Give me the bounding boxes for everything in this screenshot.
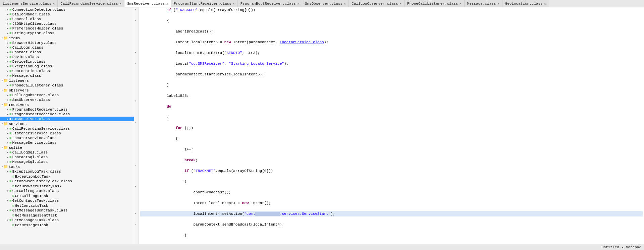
- tree-item-devicesim[interactable]: ▸ ■ DeviceSim.class: [0, 59, 134, 64]
- tree-item-general[interactable]: ▸ ■ General.class: [0, 17, 134, 21]
- tree-item-messageservice[interactable]: ▸ ■ MessageService.class: [0, 140, 134, 145]
- tree-item-preferenceshelper[interactable]: ▸ ■ PreferencesHelper.class: [0, 26, 134, 31]
- fold-marker-10[interactable]: ▾: [135, 222, 137, 227]
- code-line: break;: [140, 158, 643, 163]
- tree-item-getcalllogstask[interactable]: ▾ ■ GetCallLogsTask.class: [0, 189, 134, 193]
- fold-marker-3[interactable]: ▾: [135, 50, 137, 56]
- tree-item-folder-items[interactable]: ▾ 📁 items: [0, 36, 134, 41]
- fold-marker-2[interactable]: ▾: [135, 18, 137, 23]
- tree-item-smsreceiver[interactable]: ▸ ■ SmsReceiver.class: [0, 117, 134, 121]
- tree-item-folder-tasks[interactable]: ▾ 📁 tasks: [0, 164, 134, 169]
- tab-call-recording[interactable]: CallRecordingService.class ✕: [58, 0, 124, 7]
- class-icon: ■: [9, 17, 12, 21]
- tab-close-call-recording[interactable]: ✕: [119, 2, 121, 6]
- tree-item-getmessagestask-inner[interactable]: ⊙ GetMessagesTask: [0, 223, 134, 228]
- tree-item-getcontactstask-inner[interactable]: ⊙ GetContactsTask: [0, 203, 134, 208]
- tree-item-exceptionlogtask-inner[interactable]: ⊙ ExceptionLogTask: [0, 174, 134, 179]
- code-line: localIntent5.putExtra("SENDTO", str3);: [140, 50, 643, 56]
- tree-item-stringcryptor[interactable]: ▸ ■ StringCryptor.class: [0, 31, 134, 36]
- tree-item-callrecording[interactable]: ▸ ■ CallRecordingService.class: [0, 126, 134, 131]
- tree-item-listenersservice[interactable]: ▸ ■ ListenersService.class: [0, 131, 134, 136]
- tree-item-getcalllogstask-inner[interactable]: ⊙ GetCallLogsTask: [0, 193, 134, 198]
- fold-column[interactable]: ▾ ▾ ▾ ▾ ▾ ▾ ▾ ▾ ▾ ▾: [134, 7, 139, 244]
- tree-item-programstartreceiver[interactable]: ▸ ■ ProgramStartReceiver.class: [0, 112, 134, 117]
- tree-item-calllogs[interactable]: ▸ ■ CallLogs.class: [0, 45, 134, 50]
- tree-item-exceptionlogtask[interactable]: ▾ ■ ExceptionLogTask.class: [0, 169, 134, 174]
- tree-label: GetContactsTask: [15, 204, 48, 208]
- tree-item-geolocation-items[interactable]: ▸ ■ GeoLocation.class: [0, 69, 134, 73]
- tree-item-getmessagestask[interactable]: ▾ ■ GetMessagesTask.class: [0, 218, 134, 223]
- tree-item-folder-observers[interactable]: ▾ 📁 observers: [0, 88, 134, 93]
- tree-item-folder-listeners[interactable]: ▾ 📁 listeners: [0, 78, 134, 83]
- fold-marker-4[interactable]: ▾: [135, 61, 137, 66]
- tree-item-calllogobserver[interactable]: ▸ ■ CallLogObserver.class: [0, 93, 134, 98]
- tree-item-folder-services[interactable]: ▾ 📁 services: [0, 121, 134, 126]
- tree-item-getcontactstask[interactable]: ▾ ■ GetContactsTask.class: [0, 198, 134, 203]
- tree-item-smsobserver[interactable]: ▸ ■ SmsObserver.class: [0, 98, 134, 102]
- tree-item-device[interactable]: ▸ ■ Device.class: [0, 55, 134, 59]
- tree-item-getbrowserhistorytask[interactable]: ▾ ■ GetBrowserHistoryTask.class: [0, 179, 134, 184]
- code-line: }: [140, 233, 643, 238]
- tree-item-getmessagessenttask[interactable]: ▾ ■ GetMessagesSentTask.class: [0, 208, 134, 213]
- tree-label: PhoneCallListener.class: [12, 83, 63, 87]
- tab-message[interactable]: Message.class ✕: [465, 0, 502, 7]
- tab-close-call-log-observer[interactable]: ✕: [399, 2, 401, 6]
- tree-label: receivers: [9, 103, 29, 107]
- code-container[interactable]: ▾ ▾ ▾ ▾ ▾ ▾ ▾ ▾ ▾ ▾ if ("TRACKGEO".equal…: [134, 7, 644, 244]
- tree-item-getmessagessenttask-inner[interactable]: ⊙ GetMessagesSentTask: [0, 213, 134, 218]
- class-icon: ■: [9, 179, 12, 183]
- tab-close-program-boot[interactable]: ✕: [297, 2, 299, 6]
- tab-sms-observer[interactable]: SmsObserver.class ✕: [302, 0, 349, 7]
- tree-label: GeoLocation.class: [12, 69, 50, 73]
- tree-item-phonecalllistener[interactable]: ▸ ■ PhoneCallListener.class: [0, 83, 134, 88]
- tab-call-log-observer[interactable]: CallLogObserver.class ✕: [349, 0, 405, 7]
- folder-icon: 📁: [3, 78, 8, 83]
- tree-item-getbrowserhistorytask-inner[interactable]: ⊙ GetBrowserHistoryTask: [0, 184, 134, 189]
- tree-item-dialogmaker[interactable]: ▸ ■ DialogMaker.class: [0, 12, 134, 17]
- tree-label: GetCallLogsTask.class: [12, 189, 59, 193]
- fold-marker-1[interactable]: ▾: [135, 7, 137, 13]
- tab-phone-call-listener[interactable]: PhoneCallListener.class ✕: [405, 0, 465, 7]
- tree-item-exceptionlog[interactable]: ▸ ■ ExceptionLog.class: [0, 64, 134, 69]
- tree-item-connection-detector[interactable]: ▸ ■ ConnectionDetector.class: [0, 7, 134, 12]
- tree-item-jsonhttpclient[interactable]: ▸ ■ JSONHttpClient.class: [0, 21, 134, 26]
- tree-item-messagesql[interactable]: ▸ ■ MessageSql.class: [0, 160, 134, 164]
- tab-close-sms-observer[interactable]: ✕: [344, 2, 346, 6]
- tree-label: SmsReceiver.class: [12, 117, 50, 121]
- tab-listeners-service[interactable]: ListenersService.class ✕: [0, 0, 58, 7]
- tab-sms-receiver[interactable]: SmsReceiver.class ✕: [124, 0, 171, 7]
- tree-item-programbootreceiver[interactable]: ▸ ■ ProgramBootReceiver.class: [0, 107, 134, 112]
- package-explorer[interactable]: ▸ ■ ConnectionDetector.class ▸ ■ DialogM…: [0, 7, 134, 244]
- fold-marker-6[interactable]: ▾: [135, 120, 137, 125]
- code-editor[interactable]: if ("TRACKGEO".equals(arrayOfString[0]))…: [139, 7, 644, 244]
- tree-item-calllogsql[interactable]: ▸ ■ CallLogSql.class: [0, 150, 134, 155]
- tree-item-folder-sqlite[interactable]: ▾ 📁 sqlite: [0, 145, 134, 150]
- tree-item-message-items[interactable]: ▸ ■ Message.class: [0, 73, 134, 78]
- fold-marker-8[interactable]: ▾: [135, 184, 137, 190]
- class-icon: ■: [9, 117, 12, 121]
- fold-marker-9[interactable]: ▾: [135, 211, 137, 216]
- tab-close-geo-location[interactable]: ✕: [544, 2, 546, 6]
- fold-marker-5[interactable]: ▾: [135, 99, 137, 104]
- tab-close-phone-call-listener[interactable]: ✕: [460, 2, 462, 6]
- class-icon: ■: [9, 74, 12, 78]
- fold-marker-7[interactable]: ▾: [135, 163, 137, 168]
- code-line: Intent localIntent5 = new Intent(paramCo…: [140, 40, 643, 45]
- tab-close-message[interactable]: ✕: [497, 2, 499, 6]
- class-icon: ■: [9, 218, 12, 222]
- tab-close-sms-receiver[interactable]: ✕: [166, 2, 168, 6]
- expand-icon: ▸: [7, 64, 9, 68]
- tree-item-folder-receivers[interactable]: ▾ 📁 receivers: [0, 102, 134, 107]
- tab-program-boot[interactable]: ProgramBootReceiver.class ✕: [238, 0, 302, 7]
- tree-item-browserhistory[interactable]: ▸ ■ BrowserHistory.class: [0, 41, 134, 45]
- class-g-icon: ⊙: [12, 223, 14, 227]
- tree-item-contact[interactable]: ▸ ■ Contact.class: [0, 50, 134, 55]
- tree-item-locatorservice[interactable]: ▸ ■ LocatorService.class: [0, 136, 134, 140]
- tab-geo-location[interactable]: GeoLocation.class ✕: [502, 0, 549, 7]
- tree-item-contactsql[interactable]: ▸ ■ ContactSql.class: [0, 155, 134, 160]
- editor-area: ▾ ▾ ▾ ▾ ▾ ▾ ▾ ▾ ▾ ▾ if ("TRACKGEO".equal…: [134, 7, 644, 244]
- tab-close-program-start[interactable]: ✕: [233, 2, 235, 6]
- tab-close-listeners[interactable]: ✕: [53, 2, 55, 6]
- class-icon: ■: [9, 199, 12, 203]
- tab-program-start[interactable]: ProgramStartReceiver.class ✕: [171, 0, 238, 7]
